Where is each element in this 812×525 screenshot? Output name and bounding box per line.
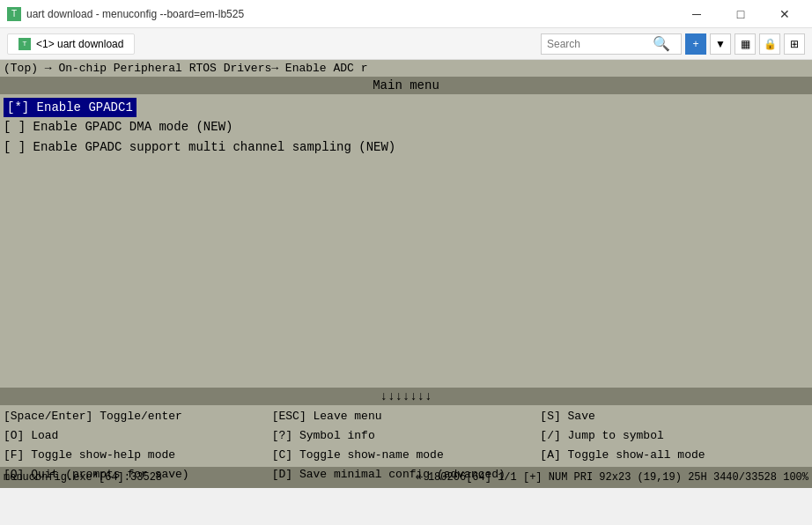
titlebar-left: T uart download - menuconfig --board=em-… [7, 7, 244, 21]
add-button[interactable]: + [685, 33, 706, 55]
help-col-3-2: [C] Toggle show-name mode [272, 446, 541, 465]
config-items: [*] Enable GPADC1 [ ] Enable GPADC DMA m… [0, 94, 812, 160]
search-icon: 🔍 [653, 35, 670, 52]
titlebar: T uart download - menuconfig --board=em-… [0, 0, 812, 28]
dropdown-button[interactable]: ▼ [710, 33, 731, 55]
content-area: (Top) → On-chip Peripheral RTOS Drivers→… [0, 60, 812, 467]
main-menu-header: Main menu [0, 77, 812, 94]
help-col-1-2: [ESC] Leave menu [272, 407, 541, 426]
help-col-3-3: [A] Toggle show-all mode [540, 446, 808, 465]
view-button[interactable]: ▦ [734, 33, 756, 55]
help-col-2-3: [/] Jump to symbol [540, 426, 808, 446]
toolbar-right: 🔍 + ▼ ▦ 🔒 ⊞ [541, 33, 805, 55]
titlebar-title: uart download - menuconfig --board=em-lb… [26, 8, 244, 20]
lock-button[interactable]: 🔒 [759, 33, 780, 55]
help-col-3-1: [F] Toggle show-help mode [4, 446, 272, 465]
help-col-1-1: [Space/Enter] Toggle/enter [4, 407, 272, 426]
config-item-2[interactable]: [ ] Enable GPADC DMA mode (NEW) [0, 117, 812, 137]
config-item-3[interactable]: [ ] Enable GPADC support multi channel s… [0, 137, 812, 157]
tab-icon: T [18, 38, 31, 50]
app-icon: T [7, 7, 21, 21]
breadcrumb: (Top) → On-chip Peripheral RTOS Drivers→… [0, 60, 812, 77]
tabbar: T <1> uart download 🔍 + ▼ ▦ 🔒 ⊞ [0, 28, 812, 60]
tab-uart-download[interactable]: T <1> uart download [7, 33, 135, 55]
statusbar-center: « 180206[64] 1/1 [+] NUM PRI 92x23 (19,1… [416, 471, 808, 484]
layout-button[interactable]: ⊞ [784, 33, 805, 55]
minimize-button[interactable]: ─ [676, 0, 717, 28]
help-col-2-2: [?] Symbol info [272, 426, 541, 446]
help-col-2-1: [O] Load [4, 426, 272, 446]
search-input[interactable] [547, 38, 653, 50]
help-row-3: [F] Toggle show-help mode [C] Toggle sho… [4, 446, 808, 465]
maximize-button[interactable]: □ [720, 0, 761, 28]
config-item-1[interactable]: [*] Enable GPADC1 [4, 98, 137, 117]
arrow-row: ↓↓↓↓↓↓↓ [0, 388, 812, 405]
statusbar-left: menuconfig.exe*[64]:33528 [4, 471, 162, 484]
config-item-wrapper-1: [*] Enable GPADC1 [0, 98, 812, 117]
help-row-1: [Space/Enter] Toggle/enter [ESC] Leave m… [4, 407, 808, 426]
tab-label: <1> uart download [36, 38, 123, 50]
close-button[interactable]: ✕ [764, 0, 805, 28]
titlebar-controls: ─ □ ✕ [676, 0, 805, 28]
help-row-2: [O] Load [?] Symbol info [/] Jump to sym… [4, 426, 808, 446]
search-box[interactable]: 🔍 [541, 33, 682, 55]
help-col-1-3: [S] Save [540, 407, 808, 426]
empty-space [0, 160, 812, 388]
